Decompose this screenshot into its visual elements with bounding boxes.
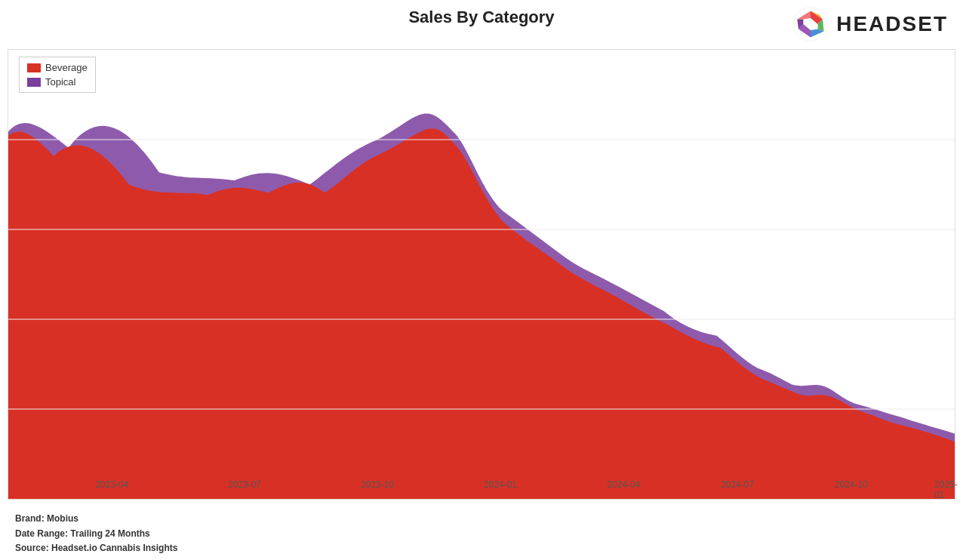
legend-label-beverage: Beverage	[45, 62, 88, 73]
footer-source: Source: Headset.io Cannabis Insights	[15, 541, 177, 555]
x-label-8: 2025-01	[934, 479, 958, 500]
page: Sales By Category HEADSET	[0, 0, 963, 560]
source-label: Source:	[15, 543, 49, 553]
topical-swatch	[27, 78, 41, 87]
headset-logo-icon	[792, 6, 829, 42]
chart-title: Sales By Category	[408, 8, 554, 27]
logo-text: HEADSET	[836, 12, 948, 36]
legend-label-topical: Topical	[45, 76, 75, 88]
x-label-6: 2024-07	[721, 479, 754, 490]
source-value: Headset.io Cannabis Insights	[51, 543, 177, 553]
chart-svg	[8, 50, 955, 499]
x-label-1: 2023-04	[95, 479, 128, 490]
chart-area	[8, 49, 955, 500]
chart-footer: Brand: Mobius Date Range: Trailing 24 Mo…	[15, 512, 177, 555]
x-axis: 2023-04 2023-07 2023-10 2024-01 2024-04 …	[8, 479, 955, 498]
legend-item-beverage: Beverage	[27, 62, 88, 73]
chart-legend: Beverage Topical	[19, 57, 96, 93]
date-range-value: Trailing 24 Months	[70, 528, 149, 539]
beverage-swatch	[27, 63, 41, 72]
logo: HEADSET	[792, 6, 948, 42]
x-label-5: 2024-04	[607, 479, 640, 490]
brand-label: Brand:	[15, 513, 45, 524]
legend-item-topical: Topical	[27, 76, 88, 88]
date-range-label: Date Range:	[15, 528, 68, 539]
x-label-2: 2023-07	[228, 479, 261, 490]
footer-brand: Brand: Mobius	[15, 512, 177, 526]
x-label-3: 2023-10	[361, 479, 394, 490]
x-label-4: 2024-01	[484, 479, 517, 490]
x-label-7: 2024-10	[835, 479, 868, 490]
brand-value: Mobius	[47, 513, 78, 524]
footer-date-range: Date Range: Trailing 24 Months	[15, 527, 177, 541]
